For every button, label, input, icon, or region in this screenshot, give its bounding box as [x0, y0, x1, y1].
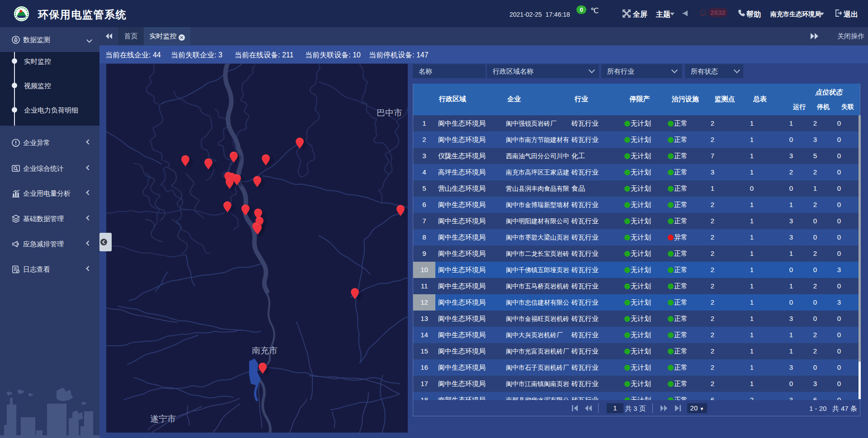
svg-text:南充市: 南充市: [252, 346, 278, 355]
svg-text:巴中市: 巴中市: [377, 108, 402, 118]
svg-text:遂宁市: 遂宁市: [150, 414, 176, 424]
